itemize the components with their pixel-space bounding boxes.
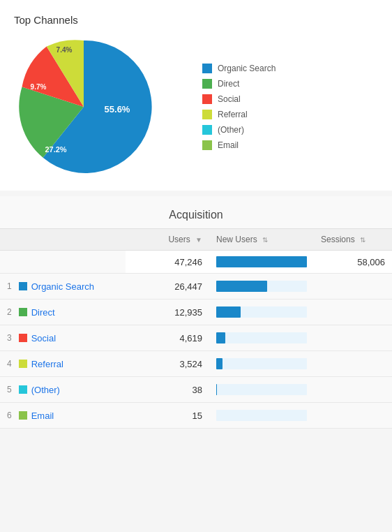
bar-fill-3	[216, 332, 225, 343]
svg-text:55.6%: 55.6%	[105, 104, 130, 114]
sessions-cell-4	[314, 351, 392, 377]
bar-cell-6	[209, 403, 314, 429]
sessions-cell-1	[314, 274, 392, 300]
col-header-channel	[0, 229, 126, 251]
bar-cell-3	[209, 325, 314, 351]
bar-container-6	[216, 410, 307, 421]
legend-color-referral	[202, 110, 212, 119]
users-cell-2: 12,935	[126, 300, 209, 325]
channel-link-6[interactable]: Email	[31, 411, 54, 421]
legend-label-other: (Other)	[218, 125, 244, 135]
users-label: Users	[168, 235, 190, 244]
channel-dot-4	[19, 360, 27, 368]
channel-cell-3: 3 Social	[0, 325, 126, 351]
new-users-label: New Users	[216, 235, 257, 244]
users-cell-1: 26,447	[126, 274, 209, 300]
users-cell-6: 15	[126, 403, 209, 429]
users-cell-3: 4,619	[126, 325, 209, 351]
sessions-sort-icon: ⇅	[360, 236, 365, 244]
legend-color-social	[202, 94, 212, 104]
legend-color-email	[202, 140, 212, 150]
legend-label-referral: Referral	[218, 110, 248, 119]
legend-item-email: Email	[202, 140, 276, 150]
legend-item-other: (Other)	[202, 125, 276, 135]
totals-users: 47,246	[126, 251, 209, 274]
totals-sessions: 58,006	[357, 257, 385, 267]
legend-item-organic: Organic Search	[202, 64, 276, 73]
bar-container-3	[216, 332, 307, 343]
acquisition-section: Acquisition Users ▼ New Users ⇅ Sessions…	[0, 196, 392, 429]
sessions-cell-5	[314, 377, 392, 403]
table-row: 4 Referral 3,524	[0, 351, 392, 377]
table-row: 1 Organic Search 26,447	[0, 274, 392, 300]
svg-text:9.7%: 9.7%	[31, 83, 47, 91]
col-header-sessions[interactable]: Sessions ⇅	[314, 229, 392, 251]
top-channels-section: Top Channels	[0, 0, 392, 191]
row-num-6: 6	[7, 411, 12, 420]
legend-color-other	[202, 125, 212, 135]
channel-dot-2	[19, 308, 27, 316]
channel-link-2[interactable]: Direct	[31, 307, 55, 318]
bar-container-5	[216, 384, 307, 395]
legend-label-direct: Direct	[218, 79, 239, 89]
row-num-1: 1	[7, 281, 12, 291]
totals-channel-cell	[0, 251, 126, 274]
channel-link-5[interactable]: (Other)	[31, 385, 60, 395]
col-header-users[interactable]: Users ▼	[126, 229, 209, 251]
users-cell-5: 38	[126, 377, 209, 403]
svg-text:27.2%: 27.2%	[45, 145, 66, 154]
bar-fill-2	[216, 306, 241, 318]
channel-dot-3	[19, 334, 27, 342]
legend-label-email: Email	[218, 140, 239, 150]
channel-dot-5	[19, 385, 27, 394]
users-cell-4: 3,524	[126, 351, 209, 377]
chart-title: Top Channels	[14, 14, 378, 26]
acquisition-table: Users ▼ New Users ⇅ Sessions ⇅ 47,246	[0, 228, 392, 429]
sessions-cell-3	[314, 325, 392, 351]
totals-row: 47,246 58,006	[0, 251, 392, 274]
legend-item-direct: Direct	[202, 79, 276, 89]
bar-cell-1	[209, 274, 314, 300]
bar-cell-5	[209, 377, 314, 403]
totals-sessions-cell: 58,006	[314, 251, 392, 274]
bar-fill-4	[216, 358, 223, 369]
pie-chart: 55.6% 27.2% 9.7% 7.4%	[14, 37, 153, 177]
users-sort-icon: ▼	[195, 236, 202, 244]
table-row: 2 Direct 12,935	[0, 300, 392, 325]
row-num-3: 3	[7, 333, 12, 343]
new-users-sort-icon: ⇅	[262, 236, 268, 244]
bar-container-4	[216, 358, 307, 369]
row-num-4: 4	[7, 359, 12, 369]
table-row: 3 Social 4,619	[0, 325, 392, 351]
channel-link-4[interactable]: Referral	[31, 359, 63, 369]
legend-color-direct	[202, 79, 212, 89]
table-row: 6 Email 15	[0, 403, 392, 429]
legend-item-social: Social	[202, 94, 276, 104]
sessions-cell-2	[314, 300, 392, 325]
bar-container-2	[216, 306, 307, 318]
channel-cell-2: 2 Direct	[0, 300, 126, 325]
svg-text:7.4%: 7.4%	[56, 46, 73, 54]
legend-label-social: Social	[218, 94, 241, 104]
channel-dot-1	[19, 282, 27, 290]
chart-area: 55.6% 27.2% 9.7% 7.4% Organic Search Dir…	[14, 37, 378, 177]
sessions-cell-6	[314, 403, 392, 429]
bar-fill-5	[216, 384, 217, 395]
totals-newusers-bar	[216, 256, 307, 267]
channel-dot-6	[19, 411, 27, 420]
legend-label-organic: Organic Search	[218, 64, 276, 73]
legend-item-referral: Referral	[202, 110, 276, 119]
bar-cell-4	[209, 351, 314, 377]
table-row: 5 (Other) 38	[0, 377, 392, 403]
bar-container-1	[216, 281, 307, 292]
col-header-newusers[interactable]: New Users ⇅	[209, 229, 314, 251]
acquisition-title: Acquisition	[0, 196, 392, 228]
channel-link-3[interactable]: Social	[31, 333, 56, 343]
chart-legend: Organic Search Direct Social Referral (O…	[202, 64, 276, 150]
sessions-label: Sessions	[321, 235, 355, 244]
channel-link-1[interactable]: Organic Search	[31, 281, 94, 292]
row-num-5: 5	[7, 385, 12, 394]
channel-cell-1: 1 Organic Search	[0, 274, 126, 300]
bar-cell-2	[209, 300, 314, 325]
channel-cell-5: 5 (Other)	[0, 377, 126, 403]
